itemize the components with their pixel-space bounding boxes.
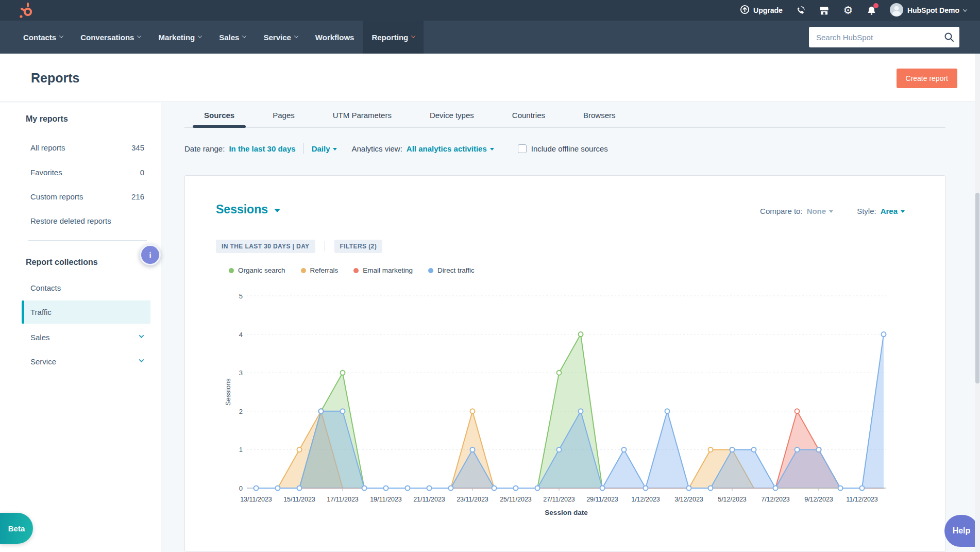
svg-text:25/11/2023: 25/11/2023 [500, 496, 532, 503]
svg-text:9/12/2023: 9/12/2023 [804, 496, 833, 503]
chart-point[interactable] [600, 486, 605, 491]
legend-item-direct-traffic[interactable]: Direct traffic [428, 266, 475, 274]
upgrade-button[interactable]: Upgrade [740, 5, 783, 16]
filter-controls: Date range: In the last 30 days Daily An… [184, 137, 608, 160]
include-offline-checkbox[interactable] [518, 144, 527, 153]
chart-point[interactable] [297, 486, 302, 491]
dropdown-caret-icon [274, 209, 280, 212]
hubspot-sprocket-logo[interactable] [19, 2, 35, 21]
notifications-bell-icon[interactable] [866, 5, 877, 16]
filters-badge[interactable]: FILTERS (2) [334, 240, 383, 253]
collection-item-service[interactable]: Service [22, 353, 150, 370]
legend-item-organic-search[interactable]: Organic search [229, 266, 285, 274]
chart-point[interactable] [622, 447, 627, 452]
tab-sources[interactable]: Sources [189, 102, 250, 128]
scrollbar-thumb[interactable] [975, 193, 979, 383]
calls-phone-icon[interactable] [795, 5, 806, 16]
account-menu[interactable]: HubSpot Demo [890, 3, 967, 18]
svg-text:15/11/2023: 15/11/2023 [283, 496, 315, 503]
sidebar-item-favorites[interactable]: Favorites0 [26, 165, 144, 180]
sidebar-item-custom-reports[interactable]: Custom reports216 [26, 190, 144, 204]
date-range-value[interactable]: In the last 30 days [229, 144, 295, 153]
legend-item-email-marketing[interactable]: Email marketing [353, 266, 413, 274]
chart-point[interactable] [795, 447, 800, 452]
chart-point[interactable] [297, 447, 302, 452]
tab-countries[interactable]: Countries [497, 102, 561, 128]
tab-browsers[interactable]: Browsers [568, 102, 631, 128]
chart-point[interactable] [362, 486, 367, 491]
chart-point[interactable] [470, 409, 475, 413]
compare-to-dropdown[interactable]: None [807, 207, 834, 215]
chart-point[interactable] [579, 409, 583, 413]
chart-point[interactable] [730, 447, 735, 452]
chart-point[interactable] [514, 486, 518, 491]
style-dropdown[interactable]: Area [881, 207, 905, 215]
sidebar-item-restore-deleted[interactable]: Restore deleted reports [26, 214, 144, 228]
chart-point[interactable] [882, 332, 886, 337]
beta-button[interactable]: Beta [0, 513, 33, 544]
chart-point[interactable] [535, 486, 540, 491]
svg-text:19/11/2023: 19/11/2023 [370, 496, 402, 503]
chart-point[interactable] [665, 409, 670, 413]
chevron-down-icon [242, 34, 246, 38]
settings-gear-icon[interactable]: ⚙ [842, 5, 854, 16]
nav-item-service[interactable]: Service [255, 21, 306, 54]
chart-point[interactable] [860, 486, 865, 491]
chart-point[interactable] [708, 486, 713, 491]
chart-point[interactable] [687, 486, 691, 491]
chart-point[interactable] [470, 447, 475, 452]
sessions-report-card: Sessions Compare to: None Style: Area IN… [184, 175, 945, 552]
tab-device-types[interactable]: Device types [414, 102, 489, 128]
tab-utm-parameters[interactable]: UTM Parameters [317, 102, 407, 128]
collection-item-contacts[interactable]: Contacts [22, 279, 150, 296]
chart-point[interactable] [557, 447, 562, 452]
search-icon[interactable] [939, 27, 959, 47]
metric-dropdown[interactable]: Sessions [216, 203, 280, 216]
chart-point[interactable] [817, 447, 821, 452]
scrollbar-track[interactable] [975, 54, 980, 552]
frequency-dropdown[interactable]: Daily [312, 144, 337, 153]
chart-point[interactable] [341, 409, 345, 413]
chart-point[interactable] [254, 486, 259, 491]
nav-item-workflows[interactable]: Workflows [307, 21, 363, 54]
chart-point[interactable] [579, 332, 583, 337]
tab-pages[interactable]: Pages [257, 102, 310, 128]
legend-item-referrals[interactable]: Referrals [301, 266, 339, 274]
search-input[interactable] [809, 33, 939, 42]
nav-item-reporting[interactable]: Reporting [363, 21, 424, 54]
create-report-button[interactable]: Create report [897, 69, 957, 88]
nav-item-conversations[interactable]: Conversations [72, 21, 149, 54]
chart-point[interactable] [341, 371, 345, 375]
marketplace-icon[interactable] [819, 5, 830, 16]
chart-point[interactable] [557, 371, 562, 375]
chart-point[interactable] [405, 486, 410, 491]
help-button[interactable]: Help [944, 515, 978, 547]
collection-item-traffic[interactable]: Traffic [22, 300, 150, 324]
nav-item-contacts[interactable]: Contacts [14, 21, 72, 54]
chart-point[interactable] [449, 486, 453, 491]
chart-point[interactable] [838, 486, 843, 491]
nav-item-marketing[interactable]: Marketing [149, 21, 210, 54]
analytics-view-label: Analytics view: [351, 144, 402, 153]
collection-item-sales[interactable]: Sales [22, 328, 150, 346]
chart-point[interactable] [492, 486, 497, 491]
chart-point[interactable] [427, 486, 432, 491]
analytics-view-dropdown[interactable]: All analytics activities [407, 144, 494, 153]
chart-point[interactable] [319, 409, 324, 413]
chart-point[interactable] [752, 447, 756, 452]
sidebar-item-all-reports[interactable]: All reports345 [26, 141, 144, 155]
chart-point[interactable] [644, 486, 648, 491]
info-badge[interactable]: i [140, 244, 161, 265]
date-range-badge[interactable]: IN THE LAST 30 DAYS | DAY [216, 240, 315, 253]
chart-point[interactable] [708, 447, 713, 452]
svg-text:17/11/2023: 17/11/2023 [327, 496, 359, 503]
report-collections-heading: Report collections [26, 258, 98, 267]
upgrade-icon [740, 5, 750, 16]
svg-text:3: 3 [239, 369, 243, 377]
chart-point[interactable] [384, 486, 388, 491]
chart-point[interactable] [795, 409, 800, 413]
chevron-down-icon [137, 34, 141, 38]
chart-point[interactable] [773, 486, 778, 491]
nav-item-sales[interactable]: Sales [210, 21, 255, 54]
chart-point[interactable] [276, 486, 280, 491]
